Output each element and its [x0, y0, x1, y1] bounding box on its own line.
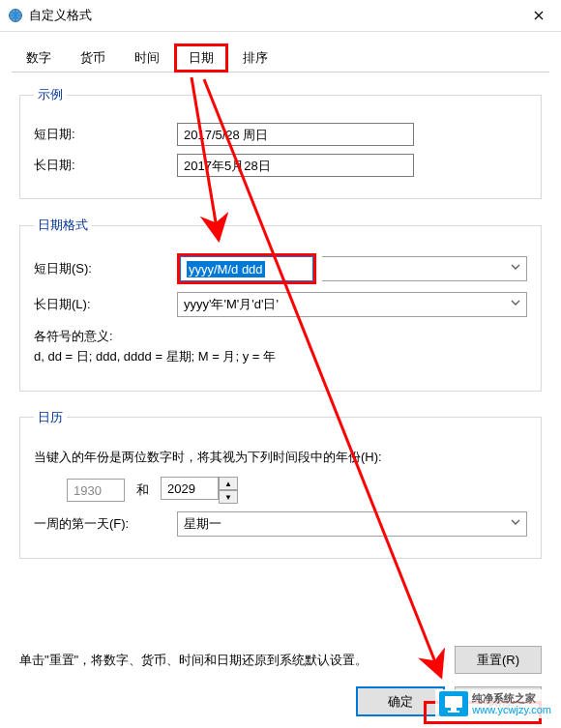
combo-short-date-value: yyyy/M/d ddd [187, 261, 265, 277]
group-example: 示例 短日期: 2017/5/28 周日 长日期: 2017年5月28日 [19, 86, 542, 199]
tab-time[interactable]: 时间 [120, 44, 174, 73]
label-first-day: 一周的第一天(F): [34, 515, 177, 533]
annotation-short-date-box: yyyy/M/d ddd [177, 253, 316, 284]
reset-message: 单击"重置"，将数字、货币、时间和日期还原到系统默认设置。 [19, 651, 455, 670]
label-short-date-example: 短日期: [34, 126, 177, 143]
svg-rect-4 [445, 696, 462, 708]
label-long-date-format: 长日期(L): [34, 296, 177, 313]
watermark: 纯净系统之家 www.ycwjzy.com [435, 689, 555, 718]
spinner-down-button[interactable]: ▼ [219, 490, 238, 504]
svg-rect-6 [448, 711, 459, 713]
group-calendar-legend: 日历 [34, 409, 67, 426]
group-example-legend: 示例 [34, 86, 67, 103]
group-date-format-legend: 日期格式 [34, 217, 92, 234]
combo-first-day-value: 星期一 [184, 515, 221, 533]
group-calendar: 日历 当键入的年份是两位数字时，将其视为下列时间段中的年份(H): 和 ▲ ▼ … [19, 409, 542, 560]
tab-sort[interactable]: 排序 [228, 44, 282, 73]
combo-short-date-format[interactable]: yyyy/M/d ddd [180, 256, 313, 281]
watermark-text: 纯净系统之家 www.ycwjzy.com [472, 692, 551, 715]
label-long-date-example: 长日期: [34, 157, 177, 174]
chevron-down-icon [511, 264, 520, 270]
tab-currency[interactable]: 货币 [66, 44, 120, 73]
combo-long-date-value: yyyy'年'M'月'd'日' [184, 296, 279, 313]
reset-row: 单击"重置"，将数字、货币、时间和日期还原到系统默认设置。 重置(R) [0, 646, 561, 674]
reset-button[interactable]: 重置(R) [455, 646, 542, 674]
window-title: 自定义格式 [29, 7, 517, 24]
format-meaning: 各符号的意义: d, dd = 日; ddd, dddd = 星期; M = 月… [34, 327, 527, 367]
tab-date[interactable]: 日期 [174, 44, 228, 73]
spinner-low-year [67, 479, 125, 502]
combo-long-date-format[interactable]: yyyy'年'M'月'd'日' [177, 292, 527, 317]
spinner-up-button[interactable]: ▲ [219, 477, 238, 490]
chevron-down-icon [511, 300, 520, 306]
globe-icon [8, 8, 23, 23]
value-long-date-example: 2017年5月28日 [177, 154, 414, 177]
input-low-year [67, 479, 125, 502]
chevron-down-icon [511, 519, 520, 525]
group-date-format: 日期格式 短日期(S): yyyy/M/d ddd 长日期(L): yyyy'年… [19, 217, 542, 392]
combo-short-date-format-ext[interactable] [322, 256, 527, 281]
tab-number[interactable]: 数字 [12, 44, 66, 73]
value-short-date-example: 2017/5/28 周日 [177, 123, 414, 146]
input-high-year[interactable] [161, 477, 219, 500]
label-and: 和 [136, 481, 149, 499]
label-two-digit-year: 当键入的年份是两位数字时，将其视为下列时间段中的年份(H): [34, 448, 527, 468]
tab-panel-date: 示例 短日期: 2017/5/28 周日 长日期: 2017年5月28日 日期格… [0, 73, 561, 559]
ok-button[interactable]: 确定 [356, 686, 445, 716]
watermark-logo-icon [439, 691, 468, 716]
spinner-high-year[interactable]: ▲ ▼ [161, 477, 238, 504]
combo-first-day[interactable]: 星期一 [177, 511, 527, 537]
label-short-date-format: 短日期(S): [34, 260, 177, 277]
close-button[interactable] [517, 0, 561, 31]
svg-rect-5 [451, 708, 457, 711]
title-bar: 自定义格式 [0, 0, 561, 32]
tab-strip: 数字 货币 时间 日期 排序 [0, 32, 561, 73]
